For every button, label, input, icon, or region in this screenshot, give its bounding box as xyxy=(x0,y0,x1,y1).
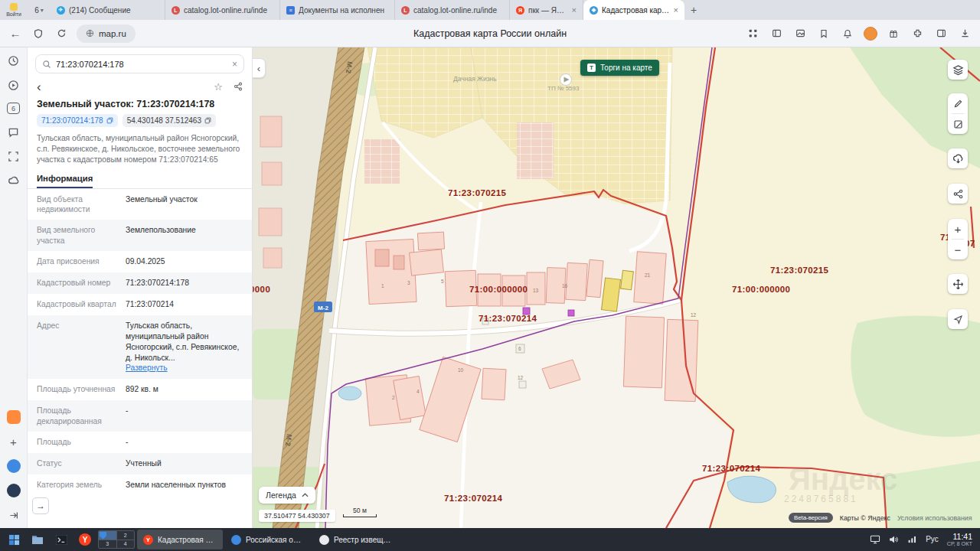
measure-button[interactable] xyxy=(948,114,968,134)
zoom-in-button[interactable]: + xyxy=(948,219,968,239)
download-map-button[interactable] xyxy=(948,148,968,168)
expand-address-link[interactable]: Развернуть xyxy=(126,364,168,372)
svg-text:1: 1 xyxy=(381,283,384,289)
table-row-address: Адрес Тульская область, муниципальный ра… xyxy=(28,315,252,379)
desktop-1-cell[interactable] xyxy=(99,531,116,540)
network-tray-icon[interactable] xyxy=(907,535,917,544)
start-menu-button[interactable] xyxy=(3,530,24,549)
address-bar[interactable]: map.ru xyxy=(77,24,136,43)
search-box[interactable]: × xyxy=(35,54,244,73)
map-attribution: Beta-версия Карты © Яндекс Условия испол… xyxy=(789,513,972,523)
beta-badge[interactable]: Beta-версия xyxy=(789,513,833,523)
svg-text:4: 4 xyxy=(416,389,420,394)
alice-icon[interactable] xyxy=(7,459,21,473)
tab-cadastral-map[interactable]: ◈ Кадастровая карта Ро × xyxy=(583,0,684,20)
virtual-desktops-pager[interactable]: 2 3 4 xyxy=(98,530,135,549)
add-panel-icon[interactable]: + xyxy=(7,435,21,448)
back-button[interactable]: ← xyxy=(8,26,23,41)
pan-mode-button[interactable] xyxy=(948,274,968,294)
window-button-cadastral[interactable]: Y Кадастровая кар... xyxy=(137,530,223,549)
svg-text:3: 3 xyxy=(407,280,410,285)
bookmark-flag-icon[interactable] xyxy=(816,26,831,41)
services-icon[interactable] xyxy=(7,484,21,497)
cadnum-chip[interactable]: 71:23:070214:178 xyxy=(37,114,118,127)
reload-button[interactable] xyxy=(54,26,69,41)
screenshot-icon[interactable] xyxy=(7,149,21,163)
row-label: Площадь xyxy=(37,437,119,448)
row-label: Дата присвоения xyxy=(37,256,119,267)
table-row: Площадь уточненная892 кв. м xyxy=(28,379,252,400)
close-icon[interactable]: × xyxy=(572,5,577,15)
extensions-puzzle-icon[interactable] xyxy=(910,26,925,41)
new-tab-button[interactable]: + xyxy=(684,0,703,20)
apps-grid-icon[interactable] xyxy=(745,26,760,41)
sidebar-panel-icon[interactable] xyxy=(933,26,949,41)
tab-lot-online-2[interactable]: L catalog.lot-online.ru/inde xyxy=(395,0,510,20)
close-icon[interactable]: × xyxy=(674,5,678,15)
app-icon xyxy=(231,535,241,545)
copy-icon[interactable] xyxy=(106,117,113,124)
tab-information[interactable]: Информация xyxy=(37,170,93,188)
tab-counter-button[interactable]: 6 ▾ xyxy=(28,0,51,20)
gallery-icon[interactable] xyxy=(792,26,808,41)
share-icon[interactable] xyxy=(234,82,243,91)
tab-label: Документы на исполнен xyxy=(299,6,388,15)
tray-date: СР, 8 ОКТ xyxy=(947,541,972,547)
display-tray-icon[interactable] xyxy=(870,535,880,544)
tab-groups-icon[interactable] xyxy=(769,26,784,41)
window-button-reestr[interactable]: Реестр извещени... xyxy=(313,530,399,549)
collapse-panel-tab[interactable]: ‹ xyxy=(253,58,266,78)
panel-actions: ‹ ☆ xyxy=(28,77,252,96)
legend-label: Легенда xyxy=(266,491,296,500)
torgi-button[interactable]: Т Торги на карте xyxy=(580,60,659,76)
clock[interactable]: 11:41 СР, 8 ОКТ xyxy=(947,532,972,547)
volume-tray-icon[interactable] xyxy=(889,535,899,544)
terminal-icon[interactable] xyxy=(51,530,72,549)
yandex-app-icon[interactable] xyxy=(7,410,21,424)
window-button-rossiyskaya[interactable]: Российская опер... xyxy=(225,530,311,549)
tab-lot-online-1[interactable]: L catalog.lot-online.ru/inde xyxy=(165,0,280,20)
legend-button[interactable]: Легенда xyxy=(259,487,315,504)
coords-chip[interactable]: 54.430148 37.512463 xyxy=(122,114,216,127)
share-map-button[interactable] xyxy=(948,184,968,204)
desktop-2-cell[interactable]: 2 xyxy=(117,531,135,540)
avatar[interactable] xyxy=(864,27,877,41)
media-play-icon[interactable] xyxy=(7,78,21,92)
table-row: Кадастровый номер71:23:070214:178 xyxy=(28,272,252,294)
terms-link[interactable]: Условия использования xyxy=(897,514,972,522)
tab-telegram[interactable]: ✈ (214) Сообщение xyxy=(51,0,165,20)
quarter-label: 71:23:070214 xyxy=(702,464,761,473)
file-manager-icon[interactable] xyxy=(27,530,48,549)
clear-search-icon[interactable]: × xyxy=(232,59,237,70)
layers-button[interactable] xyxy=(948,60,968,80)
cloud-icon[interactable] xyxy=(7,174,21,187)
keyboard-layout-indicator[interactable]: Рус xyxy=(926,535,939,543)
downloads-icon[interactable] xyxy=(957,26,972,41)
tabs-counter-badge[interactable]: 6 xyxy=(7,103,20,114)
my-location-button[interactable] xyxy=(948,309,968,329)
copy-icon[interactable] xyxy=(204,117,211,124)
desktop-4-cell[interactable]: 4 xyxy=(117,540,135,549)
search-input[interactable] xyxy=(56,60,227,69)
quarter-label: 71:23:070215 xyxy=(448,188,507,197)
messenger-icon[interactable] xyxy=(7,125,21,139)
history-icon[interactable] xyxy=(7,54,21,67)
browser-profile-button[interactable]: Войти xyxy=(0,0,28,20)
map-canvas[interactable]: 1 3 5 13 16 21 12 6 10 12 2 4 71:23:0702… xyxy=(253,47,980,528)
scale-ruler: 50 м xyxy=(343,507,377,517)
protect-shield-icon[interactable] xyxy=(31,26,46,41)
back-chevron-button[interactable]: ‹ xyxy=(37,80,41,93)
expand-panel-button[interactable]: → xyxy=(32,497,49,514)
draw-button[interactable] xyxy=(948,93,968,113)
notifications-icon[interactable] xyxy=(840,26,855,41)
collapse-strip-icon[interactable] xyxy=(7,508,21,522)
zoom-out-button[interactable]: − xyxy=(948,240,968,259)
favorite-star-icon[interactable]: ☆ xyxy=(214,81,223,93)
m2-route-shield: М-2 xyxy=(318,305,328,311)
tab-documents[interactable]: ≡ Документы на исполнен xyxy=(280,0,395,20)
tab-yandex-search[interactable]: Я пкк — Яндекс: нашлось × xyxy=(510,0,583,20)
gift-icon[interactable] xyxy=(886,26,901,41)
yandex-browser-taskbar-icon[interactable]: Y xyxy=(74,530,96,549)
toolbar-right-icons xyxy=(745,26,972,41)
desktop-3-cell[interactable]: 3 xyxy=(99,540,116,549)
